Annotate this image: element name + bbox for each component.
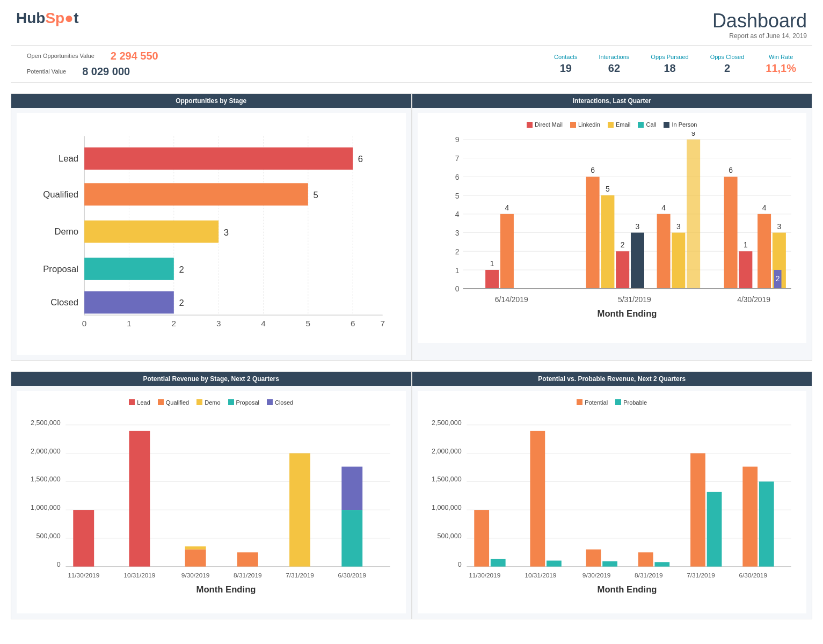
chart-opps-by-stage: Opportunities by Stage 0 1 2 3 4 5 6 7 (11, 93, 412, 361)
legend3-label-closed: Closed (275, 399, 293, 406)
legend3-label-lead: Lead (137, 399, 150, 406)
chart4-body: Potential Probable 0 500,000 1,000,000 1… (418, 391, 807, 613)
svg-rect-59 (630, 233, 644, 289)
svg-rect-61 (657, 214, 670, 289)
svg-text:2: 2 (455, 247, 459, 256)
svg-text:Demo: Demo (55, 226, 78, 237)
svg-text:2: 2 (179, 298, 184, 308)
legend3-proposal: Proposal (228, 399, 259, 406)
chart1-body: 0 1 2 3 4 5 6 7 Lead Qualified Demo Prop… (17, 113, 406, 355)
potential-label: Potential Value (27, 68, 66, 75)
svg-rect-124 (490, 559, 505, 566)
svg-rect-97 (185, 549, 206, 566)
svg-text:6/30/2019: 6/30/2019 (338, 572, 366, 579)
svg-rect-71 (758, 214, 771, 289)
logo-spot: ● (64, 10, 74, 26)
svg-text:0: 0 (457, 560, 461, 568)
legend3-label-qualified: Qualified (166, 399, 189, 406)
svg-rect-101 (341, 466, 362, 510)
svg-text:2,500,000: 2,500,000 (31, 419, 61, 426)
contacts-label: Contacts (554, 54, 577, 60)
dashboard-title: Dashboard Report as of June 14, 2019 (712, 10, 807, 40)
opps-pursued-label: Opps Pursued (651, 54, 688, 60)
svg-rect-57 (616, 251, 629, 288)
svg-text:6: 6 (351, 319, 355, 328)
chart-potential-by-stage: Potential Revenue by Stage, Next 2 Quart… (11, 371, 412, 619)
svg-text:7/31/2019: 7/31/2019 (286, 572, 314, 579)
interactions-col: Interactions 62 (599, 54, 629, 75)
metrics-left: Open Opportunities Value 2 294 550 Poten… (27, 50, 554, 78)
logo-text: HubSp●t (16, 10, 78, 27)
svg-text:6/30/2019: 6/30/2019 (739, 572, 767, 579)
svg-rect-131 (690, 453, 705, 566)
contacts-value: 19 (554, 62, 577, 75)
svg-text:11/30/2019: 11/30/2019 (68, 572, 99, 579)
svg-rect-20 (84, 148, 353, 170)
svg-rect-96 (129, 431, 150, 567)
svg-text:1,000,000: 1,000,000 (432, 504, 462, 511)
svg-rect-128 (602, 561, 617, 567)
legend4-dot-potential (577, 399, 582, 405)
svg-text:4: 4 (661, 203, 666, 212)
svg-text:8/31/2019: 8/31/2019 (234, 572, 261, 579)
logo: HubSp●t (16, 10, 78, 27)
win-rate-label: Win Rate (766, 54, 796, 60)
svg-text:5/31/2019: 5/31/2019 (618, 295, 651, 304)
legend4-probable: Probable (615, 399, 647, 406)
svg-text:1: 1 (455, 266, 459, 275)
chart2-legend: Direct Mail Linkedin Email Call In Perso… (426, 121, 799, 128)
svg-text:3: 3 (216, 319, 221, 328)
chart3-legend: Lead Qualified Demo Proposal Closed (25, 399, 398, 406)
legend-email: Email (608, 121, 631, 128)
legend3-demo: Demo (196, 399, 220, 406)
svg-rect-65 (687, 140, 700, 289)
svg-text:11/30/2019: 11/30/2019 (469, 572, 500, 579)
chart2-title: Interactions, Last Quarter (412, 94, 812, 108)
legend-dot-direct-mail (527, 122, 533, 128)
svg-text:Qualified: Qualified (43, 189, 78, 200)
top-charts-grid: Opportunities by Stage 0 1 2 3 4 5 6 7 (11, 93, 812, 361)
svg-text:Month Ending: Month Ending (597, 309, 657, 319)
svg-text:10/31/2019: 10/31/2019 (525, 572, 556, 579)
metrics-right: Contacts 19 Interactions 62 Opps Pursued… (554, 54, 796, 75)
legend-direct-mail: Direct Mail (527, 121, 563, 128)
chart3-svg: 0 500,000 1,000,000 1,500,000 2,000,000 … (25, 410, 398, 604)
legend-label-email: Email (616, 121, 631, 128)
svg-text:2: 2 (172, 319, 177, 328)
svg-rect-49 (485, 270, 499, 289)
legend3-label-demo: Demo (205, 399, 220, 406)
svg-text:2: 2 (775, 274, 780, 283)
svg-rect-95 (73, 510, 94, 567)
svg-rect-125 (530, 431, 545, 567)
open-opps-row: Open Opportunities Value 2 294 550 (27, 50, 554, 62)
svg-text:9/30/2019: 9/30/2019 (181, 572, 209, 579)
win-rate-value: 11,1% (766, 62, 796, 75)
svg-text:Month Ending: Month Ending (597, 584, 657, 595)
svg-text:2: 2 (620, 240, 624, 249)
svg-rect-123 (474, 510, 489, 567)
legend-label-call: Call (646, 121, 656, 128)
legend3-qualified: Qualified (158, 399, 189, 406)
svg-text:500,000: 500,000 (36, 532, 60, 540)
legend-dot-in-person (664, 122, 669, 128)
svg-text:3: 3 (635, 222, 639, 231)
chart4-title: Potential vs. Probable Revenue, Next 2 Q… (412, 372, 812, 386)
chart4-svg: 0 500,000 1,000,000 1,500,000 2,000,000 … (426, 410, 799, 604)
legend4-label-probable: Probable (623, 399, 647, 406)
svg-text:4: 4 (762, 203, 766, 212)
svg-text:Proposal: Proposal (43, 264, 78, 274)
svg-text:3: 3 (455, 229, 459, 237)
svg-rect-102 (341, 510, 362, 567)
svg-rect-127 (586, 549, 601, 566)
svg-text:6: 6 (358, 154, 363, 164)
svg-text:0: 0 (57, 560, 61, 568)
svg-text:5: 5 (306, 319, 311, 328)
svg-rect-129 (638, 552, 653, 566)
svg-text:3: 3 (676, 222, 681, 231)
svg-rect-99 (237, 552, 258, 566)
svg-text:7/31/2019: 7/31/2019 (687, 572, 715, 579)
legend-dot-linkedin (570, 122, 576, 128)
svg-text:7: 7 (380, 319, 385, 328)
svg-rect-51 (500, 214, 513, 289)
svg-text:1,000,000: 1,000,000 (31, 504, 61, 511)
